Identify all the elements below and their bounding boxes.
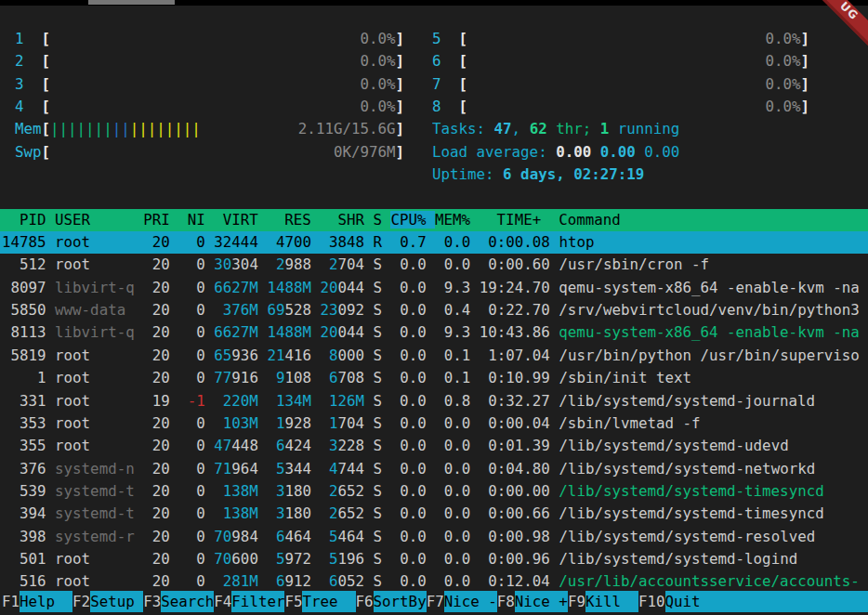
meter-close-bracket: ]: [395, 73, 404, 96]
meter-open-bracket: [: [42, 118, 51, 140]
meter-spacer: [50, 96, 360, 118]
cell-virt: 138M: [214, 504, 258, 522]
process-row-353[interactable]: 353 root 20 0 103M 1928 1704 S 0.0 0.0 0…: [0, 412, 868, 435]
cell-pid: 512: [2, 255, 46, 273]
fkey-f4-filter[interactable]: F4Filter: [214, 591, 284, 612]
cell-ni: 0: [178, 233, 205, 251]
cell-shr-tail: 044: [338, 279, 365, 296]
cell-shr: 3: [321, 233, 338, 251]
table-header-row[interactable]: PID USER PRI NI VIRT RES SHR S CPU% MEM%…: [0, 209, 868, 231]
process-row-501[interactable]: 501 root 20 0 70600 5972 5196 S 0.0 0.0 …: [0, 548, 868, 570]
cell-pri: 20: [143, 301, 170, 319]
cell-shr-tail: 744: [338, 460, 365, 478]
meter-spacer: [50, 28, 360, 50]
header-columns[interactable]: PID USER PRI NI VIRT RES SHR S: [2, 211, 390, 229]
cell-res: 2: [267, 255, 284, 273]
cell-command: /lib/systemd/systemd-timesyncd: [559, 504, 823, 522]
fkey-f9-kill[interactable]: F9Kill: [568, 591, 638, 612]
cell-state: S: [374, 504, 383, 522]
process-row-355[interactable]: 355 root 20 0 47448 6424 3228 S 0.0 0.0 …: [0, 435, 868, 457]
cell-user: root: [55, 550, 135, 568]
header-columns-after-sort[interactable]: MEM% TIME+ Command: [435, 211, 621, 229]
fkey-key: F2: [72, 591, 90, 612]
cell-time: 0:32.27: [480, 392, 550, 410]
cell-virt-tail: 448: [231, 437, 258, 454]
cell-virt-tail: 936: [231, 347, 258, 364]
fkey-f2-setup[interactable]: F2Setup: [72, 591, 143, 612]
process-row-14785[interactable]: 14785 root 20 0 32444 4700 3848 R 0.7 0.…: [0, 231, 868, 254]
cell-ni: 0: [178, 323, 205, 341]
running-count: 1: [600, 118, 610, 140]
cell-shr-tail: 848: [338, 233, 365, 251]
cell-user: root: [55, 437, 135, 454]
cpu-meter-4: 4 [0.0%]: [15, 96, 404, 118]
cell-ni: 0: [178, 437, 205, 454]
process-row-331[interactable]: 331 root 19 -1 220M 134M 126M S 0.0 0.8 …: [0, 390, 868, 412]
cell-res-tail: 700: [284, 233, 311, 251]
cpu-meter-7: 7 [0.0%]: [432, 73, 809, 96]
fkey-f5-tree[interactable]: F5Tree: [284, 591, 355, 612]
cpu-meter-1: 1 [0.0%]: [15, 28, 404, 50]
load-label: Load average:: [432, 141, 556, 164]
meter-spacer: [467, 73, 765, 96]
process-row-394[interactable]: 394 systemd-t 20 0 138M 3180 2652 S 0.0 …: [0, 503, 868, 525]
header-sort-column-cpu[interactable]: CPU%: [390, 211, 435, 229]
load-average-line: Load average: 0.00 0.00 0.00: [432, 141, 809, 164]
process-row-539[interactable]: 539 systemd-t 20 0 138M 3180 2652 S 0.0 …: [0, 480, 868, 503]
meter-fill: 0.0%: [467, 28, 800, 50]
cell-command: qemu-system-x86_64 -enable-kvm -na: [559, 323, 859, 341]
cell-mem-pct: 0.4: [435, 301, 470, 319]
meter-fill: 0.0%: [467, 50, 800, 72]
fkey-f6-sortby[interactable]: F6SortBy: [356, 591, 427, 612]
fkey-f7-nice--[interactable]: F7Nice -: [427, 591, 497, 612]
cell-cpu-pct: 0.0: [391, 369, 427, 386]
fkey-label: SortBy: [374, 591, 427, 612]
load-one: 0.00: [556, 141, 600, 164]
process-row-8113[interactable]: 8113 libvirt-q 20 0 6627M 1488M 20044 S …: [0, 321, 868, 344]
memory-meter: Mem[|||||||||||||||||2.11G/15.6G]: [15, 118, 404, 140]
cell-user: libvirt-q: [55, 279, 135, 296]
cell-pid: 501: [2, 550, 46, 568]
cell-cpu-pct: 0.0: [391, 255, 427, 273]
cell-virt: 32: [214, 233, 231, 251]
cell-mem-pct: 0.1: [435, 347, 470, 364]
cell-state: S: [374, 437, 383, 454]
cpu-meter-2: 2 [0.0%]: [15, 50, 404, 72]
meter-spacer: [201, 118, 298, 140]
meter-value: 0K/976M: [334, 141, 396, 164]
process-row-512[interactable]: 512 root 20 0 30304 2988 2704 S 0.0 0.0 …: [0, 254, 868, 276]
cell-mem-pct: 0.0: [435, 482, 470, 500]
cell-res-tail: 912: [284, 572, 311, 590]
meter-spacer: [50, 73, 360, 96]
process-row-8097[interactable]: 8097 libvirt-q 20 0 6627M 1488M 20044 S …: [0, 277, 868, 299]
cell-command: /usr/bin/python /usr/bin/superviso: [559, 347, 859, 364]
cell-time: 0:00.08: [480, 233, 550, 251]
cell-user: www-data: [55, 301, 135, 319]
process-row-5819[interactable]: 5819 root 20 0 65936 21416 8000 S 0.0 0.…: [0, 345, 868, 367]
process-row-516[interactable]: 516 root 20 0 281M 6912 6052 S 0.0 0.0 0…: [0, 570, 868, 593]
process-row-5850[interactable]: 5850 www-data 20 0 376M 69528 23092 S 0.…: [0, 299, 868, 321]
fkey-f10-quit[interactable]: F10Quit: [638, 591, 701, 612]
process-row-1[interactable]: 1 root 20 0 77916 9108 6708 S 0.0 0.1 0:…: [0, 367, 868, 389]
cell-res: 1488M: [267, 279, 311, 296]
cell-state: S: [374, 460, 383, 478]
top-scroll-handle[interactable]: [88, 0, 175, 5]
tasks-total: 47: [494, 118, 512, 140]
cell-time: 1:07.04: [480, 347, 550, 364]
cell-pri: 19: [143, 392, 170, 410]
cell-shr: 126M: [320, 392, 364, 410]
fkey-f1-help[interactable]: F1Help: [2, 591, 72, 612]
cell-pid: 8097: [2, 279, 46, 296]
cell-state: S: [374, 572, 383, 590]
fkey-f3-search[interactable]: F3Search: [143, 591, 214, 612]
process-row-376[interactable]: 376 systemd-n 20 0 71964 5344 4744 S 0.0…: [0, 458, 868, 480]
cell-cpu-pct: 0.0: [391, 528, 427, 545]
process-row-398[interactable]: 398 systemd-r 20 0 70984 6464 5464 S 0.0…: [0, 526, 868, 548]
cell-shr-tail: 464: [338, 528, 365, 545]
meter-fill: 0.0%: [50, 73, 395, 96]
cell-state: R: [374, 233, 383, 251]
fkey-f8-nice-+[interactable]: F8Nice +: [497, 591, 568, 612]
meter-label: Swp: [15, 141, 42, 164]
fkey-key: F6: [356, 591, 374, 612]
fkey-label: Help: [20, 591, 72, 612]
